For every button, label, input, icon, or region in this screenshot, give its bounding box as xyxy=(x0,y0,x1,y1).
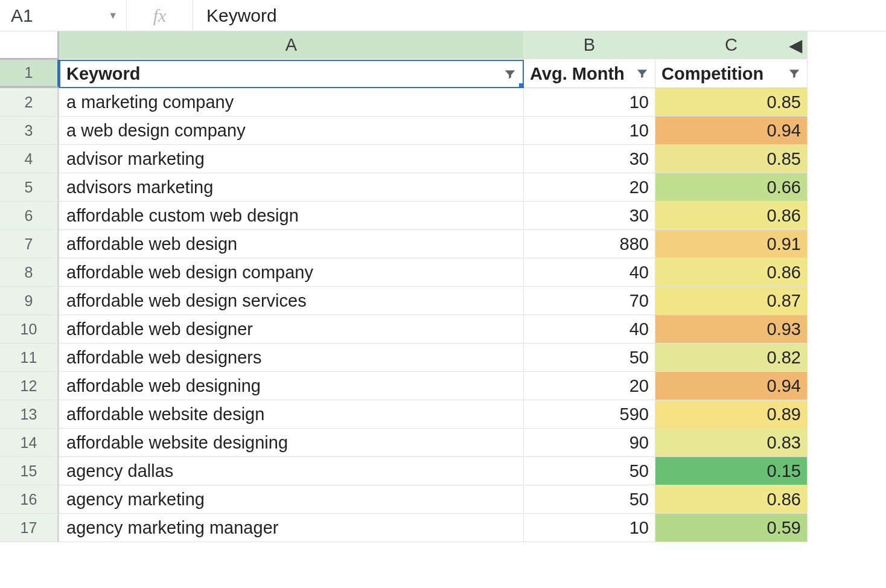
select-all-corner[interactable] xyxy=(0,31,59,60)
row-header-16[interactable]: 16 xyxy=(0,485,59,514)
cell-b9[interactable]: 70 xyxy=(524,287,655,315)
cell-b1[interactable]: Avg. Month xyxy=(524,60,655,88)
row-header-13[interactable]: 13 xyxy=(0,400,59,429)
cell-b12[interactable]: 20 xyxy=(524,372,655,400)
cell-c4[interactable]: 0.85 xyxy=(655,145,808,173)
cell-c1[interactable]: Competition xyxy=(655,60,808,88)
cell-b4[interactable]: 30 xyxy=(524,145,655,173)
cell-b15[interactable]: 50 xyxy=(524,457,655,485)
cell-c12[interactable]: 0.94 xyxy=(655,372,808,400)
cell-b5[interactable]: 20 xyxy=(524,173,655,202)
row-header-15[interactable]: 15 xyxy=(0,457,59,485)
cell-b16[interactable]: 50 xyxy=(524,485,655,514)
column-header-b[interactable]: B xyxy=(524,31,655,59)
row-header-7[interactable]: 7 xyxy=(0,230,59,258)
cell-c17[interactable]: 0.59 xyxy=(655,514,808,542)
row-header-5[interactable]: 5 xyxy=(0,173,59,202)
cell-a4[interactable]: advisor marketing xyxy=(59,145,524,173)
cell-c11[interactable]: 0.82 xyxy=(655,344,808,372)
formula-input[interactable]: Keyword xyxy=(193,5,886,26)
cell-a9[interactable]: affordable web design services xyxy=(59,287,524,315)
cell-c6[interactable]: 0.86 xyxy=(655,202,808,230)
cell-a1[interactable]: Keyword xyxy=(59,60,524,88)
row-header-17[interactable]: 17 xyxy=(0,514,59,542)
cell-c9[interactable]: 0.87 xyxy=(655,287,808,315)
cell-a2[interactable]: a marketing company xyxy=(59,88,524,117)
cell-a6[interactable]: affordable custom web design xyxy=(59,202,524,230)
caret-left-icon[interactable]: ◀ xyxy=(789,35,802,56)
cell-c14[interactable]: 0.83 xyxy=(655,429,808,457)
cell-a16[interactable]: agency marketing xyxy=(59,485,524,514)
cell-a10[interactable]: affordable web designer xyxy=(59,315,524,344)
row-header-11[interactable]: 11 xyxy=(0,344,59,372)
cell-a15[interactable]: agency dallas xyxy=(59,457,524,485)
row-header-2[interactable]: 2 xyxy=(0,88,59,117)
spreadsheet-grid: A B C ◀ 1 Keyword Avg. Month Competition… xyxy=(0,31,886,542)
cell-b14[interactable]: 90 xyxy=(524,429,655,457)
row-header-3[interactable]: 3 xyxy=(0,117,59,145)
filter-icon[interactable] xyxy=(788,67,801,80)
filter-icon[interactable] xyxy=(636,67,649,80)
cell-b17[interactable]: 10 xyxy=(524,514,655,542)
cell-c16[interactable]: 0.86 xyxy=(655,485,808,514)
cell-c3[interactable]: 0.94 xyxy=(655,117,808,145)
column-header-c[interactable]: C ◀ xyxy=(655,31,808,59)
cell-b10[interactable]: 40 xyxy=(524,315,655,344)
cell-c15[interactable]: 0.15 xyxy=(655,457,808,485)
row-header-14[interactable]: 14 xyxy=(0,429,59,457)
filter-icon[interactable] xyxy=(503,68,517,81)
row-header-6[interactable]: 6 xyxy=(0,202,59,230)
cell-a3[interactable]: a web design company xyxy=(59,117,524,145)
cell-b2[interactable]: 10 xyxy=(524,88,655,117)
header-avg: Avg. Month xyxy=(530,64,636,84)
cell-c5[interactable]: 0.66 xyxy=(655,173,808,202)
cell-b11[interactable]: 50 xyxy=(524,344,655,372)
cell-c8[interactable]: 0.86 xyxy=(655,258,808,287)
cell-c13[interactable]: 0.89 xyxy=(655,400,808,429)
formula-bar: A1 ▼ fx Keyword xyxy=(0,0,886,31)
cell-c2[interactable]: 0.85 xyxy=(655,88,808,117)
row-header-8[interactable]: 8 xyxy=(0,258,59,287)
cell-b8[interactable]: 40 xyxy=(524,258,655,287)
cell-a14[interactable]: affordable website designing xyxy=(59,429,524,457)
fx-label[interactable]: fx xyxy=(127,0,193,31)
chevron-down-icon[interactable]: ▼ xyxy=(108,10,118,21)
cell-a12[interactable]: affordable web designing xyxy=(59,372,524,400)
cell-c7[interactable]: 0.91 xyxy=(655,230,808,258)
name-box[interactable]: A1 ▼ xyxy=(0,0,127,31)
row-header-10[interactable]: 10 xyxy=(0,315,59,344)
cell-b13[interactable]: 590 xyxy=(524,400,655,429)
cell-a11[interactable]: affordable web designers xyxy=(59,344,524,372)
cell-b6[interactable]: 30 xyxy=(524,202,655,230)
cell-a7[interactable]: affordable web design xyxy=(59,230,524,258)
cell-b3[interactable]: 10 xyxy=(524,117,655,145)
header-comp: Competition xyxy=(661,64,788,84)
cell-a13[interactable]: affordable website design xyxy=(59,400,524,429)
column-header-a[interactable]: A xyxy=(59,31,524,59)
cell-c10[interactable]: 0.93 xyxy=(655,315,808,344)
cell-a8[interactable]: affordable web design company xyxy=(59,258,524,287)
row-header-12[interactable]: 12 xyxy=(0,372,59,400)
row-header-1[interactable]: 1 xyxy=(0,60,59,88)
row-header-9[interactable]: 9 xyxy=(0,287,59,315)
cell-a17[interactable]: agency marketing manager xyxy=(59,514,524,542)
cell-a5[interactable]: advisors marketing xyxy=(59,173,524,202)
row-header-4[interactable]: 4 xyxy=(0,145,59,173)
name-box-value: A1 xyxy=(11,5,33,26)
cell-b7[interactable]: 880 xyxy=(524,230,655,258)
header-keyword: Keyword xyxy=(66,64,503,84)
